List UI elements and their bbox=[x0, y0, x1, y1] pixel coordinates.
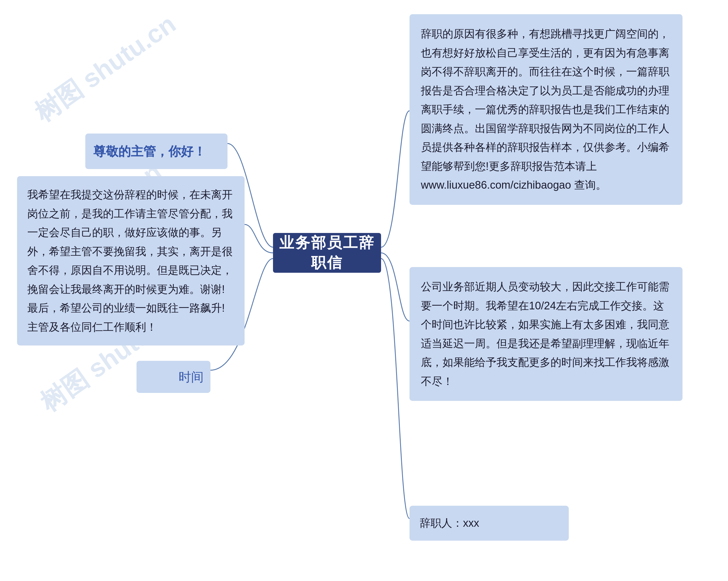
left-top-node: 尊敬的主管，你好！ bbox=[85, 134, 228, 169]
right-bottom-text: 辞职人：xxx bbox=[420, 517, 479, 529]
left-bottom-text: 时间 bbox=[143, 366, 204, 388]
left-bottom-node: 时间 bbox=[136, 361, 210, 393]
page: 树图 shutu.cn 树图 shutu.cn 树图 shutu.cn 业务部员… bbox=[0, 0, 728, 581]
center-node-label: 业务部员工辞职信 bbox=[273, 233, 381, 273]
right-bottom-node: 辞职人：xxx bbox=[410, 506, 569, 541]
right-middle-text: 公司业务部近期人员变动较大，因此交接工作可能需要一个时期。我希望在10/24左右… bbox=[421, 281, 670, 387]
right-top-text: 辞职的原因有很多种，有想跳槽寻找更广阔空间的，也有想好好放松自己享受生活的，更有… bbox=[421, 28, 670, 191]
left-top-text: 尊敬的主管，你好！ bbox=[93, 144, 206, 158]
left-main-node: 我希望在我提交这份辞程的时候，在未离开岗位之前，是我的工作请主管尽管分配，我一定… bbox=[17, 176, 244, 345]
right-top-node: 辞职的原因有很多种，有想跳槽寻找更广阔空间的，也有想好好放松自己享受生活的，更有… bbox=[410, 14, 682, 205]
center-node: 业务部员工辞职信 bbox=[273, 233, 381, 273]
left-main-text: 我希望在我提交这份辞程的时候，在未离开岗位之前，是我的工作请主管尽管分配，我一定… bbox=[27, 189, 233, 333]
right-middle-node: 公司业务部近期人员变动较大，因此交接工作可能需要一个时期。我希望在10/24左右… bbox=[410, 267, 682, 401]
